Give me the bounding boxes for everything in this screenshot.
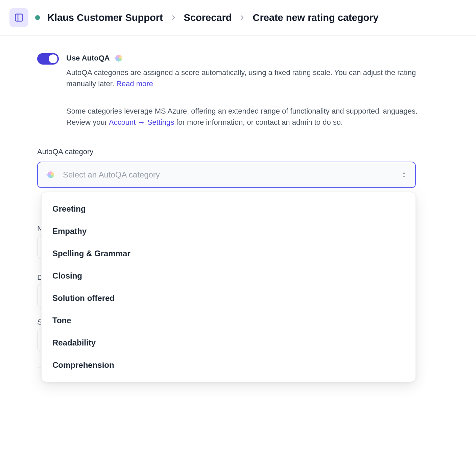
page-content: Use AutoQA AutoQA categories are assigne… (0, 35, 476, 402)
autoqa-toggle-row: Use AutoQA AutoQA categories are assigne… (37, 52, 439, 128)
autoqa-description-2: Some categories leverage MS Azure, offer… (66, 105, 439, 128)
account-link[interactable]: Account (109, 118, 136, 126)
dropdown-option-readability[interactable]: Readability (42, 332, 415, 354)
autoqa-description-1: AutoQA categories are assigned a score a… (66, 67, 439, 89)
dropdown-option-solution-offered[interactable]: Solution offered (42, 287, 415, 309)
breadcrumb: Klaus Customer Support Scorecard Create … (35, 12, 379, 23)
autoqa-category-dropdown: Greeting Empathy Spelling & Grammar Clos… (41, 192, 416, 382)
workspace-status-dot (35, 15, 40, 20)
dropdown-option-closing[interactable]: Closing (42, 265, 415, 287)
autoqa-category-label: AutoQA category (37, 147, 439, 156)
chevron-right-icon (239, 15, 245, 21)
toggle-sidebar-button[interactable] (9, 8, 28, 27)
dropdown-option-tone[interactable]: Tone (42, 309, 415, 332)
toggle-knob (49, 54, 57, 63)
dropdown-option-greeting[interactable]: Greeting (42, 198, 415, 220)
autoqa-toggle[interactable] (37, 53, 59, 65)
autoqa-rainbow-icon (115, 54, 123, 62)
autoqa-rainbow-icon (47, 171, 55, 179)
dropdown-option-spelling-grammar[interactable]: Spelling & Grammar (42, 242, 415, 265)
read-more-link[interactable]: Read more (116, 79, 153, 88)
dropdown-option-comprehension[interactable]: Comprehension (42, 354, 415, 376)
chevron-right-icon (170, 15, 176, 21)
breadcrumb-scorecard[interactable]: Scorecard (184, 12, 232, 23)
header-bar: Klaus Customer Support Scorecard Create … (0, 0, 476, 35)
autoqa-toggle-label: Use AutoQA (66, 52, 110, 64)
autoqa-category-select[interactable]: Select an AutoQA category (37, 162, 416, 188)
select-caret-icon (402, 171, 406, 178)
select-placeholder: Select an AutoQA category (63, 170, 394, 180)
panel-icon (14, 13, 24, 22)
breadcrumb-workspace[interactable]: Klaus Customer Support (47, 12, 163, 23)
settings-link[interactable]: Settings (147, 118, 174, 126)
arrow-icon: → (138, 118, 145, 126)
breadcrumb-current: Create new rating category (253, 12, 378, 23)
dropdown-option-empathy[interactable]: Empathy (42, 220, 415, 242)
svg-rect-0 (16, 14, 23, 21)
